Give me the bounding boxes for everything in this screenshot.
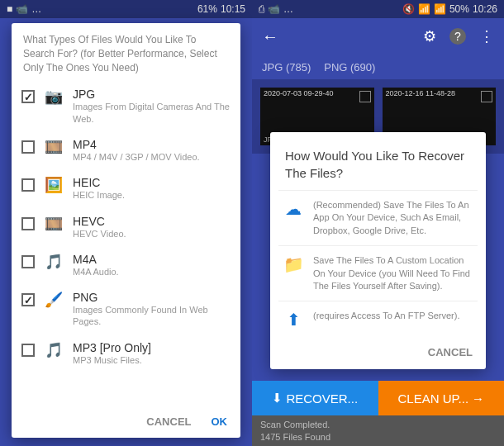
checkbox-m4a[interactable] [21,255,35,268]
ok-button[interactable]: OK [212,415,228,428]
file-type-heic[interactable]: 🖼️ HEIC HEIC Image. [18,169,234,207]
file-desc: HEVC Video. [73,228,231,240]
folder-icon: 📁 [283,254,303,274]
screenshot-icon: ⎙ [259,3,264,15]
cancel-button[interactable]: CANCEL [428,346,473,358]
image-icon: 🖼️ [43,176,64,194]
phone-right: ⎙ 📹 … 🔇 📶 📶 50% 10:26 ← ⚙ ? ⋮ JPG (785) … [252,0,504,446]
checkbox-heic[interactable] [21,178,35,192]
file-types-dialog: What Types Of Files Would You Like To Se… [12,23,240,438]
music-note-icon: 🎵 [43,341,64,359]
file-title: MP3 [Pro Only] [73,341,231,354]
file-type-jpg[interactable]: 📷 JPG Images From Digital Cameras And Th… [18,81,234,131]
signal-icon: 📶 [434,3,446,15]
recover-dialog: How Would You Like To Recover The Files?… [270,132,486,369]
file-desc: M4A Audio. [73,266,231,278]
recover-option-folder[interactable]: 📁 Save The Files To A Custom Location On… [278,245,478,301]
dialog-title: What Types Of Files Would You Like To Se… [12,23,240,81]
more-icon: … [31,3,41,15]
app-bar: ← ⚙ ? ⋮ [252,18,504,55]
scan-status: Scan Completed. 1475 Files Found [252,415,504,446]
battery-text: 50% [449,3,469,15]
checkbox-png[interactable] [21,293,35,306]
music-note-icon: 🎵 [43,253,64,271]
checkbox-mp3[interactable] [21,344,35,357]
file-title: M4A [73,253,231,266]
option-text: (requires Access To An FTP Server). [313,310,473,322]
file-type-hevc[interactable]: 🎞️ HEVC HEVC Video. [18,208,234,246]
status-bar: ⎙ 📹 … 🔇 📶 📶 50% 10:26 [252,0,504,18]
action-buttons: ⬇ RECOVER... CLEAN UP... → [252,381,504,415]
file-type-list: 📷 JPG Images From Digital Cameras And Th… [12,81,240,372]
cancel-button[interactable]: CANCEL [146,415,191,428]
file-title: JPG [73,88,231,101]
thumb-date: 2020-07-03 09-29-40 [264,89,334,97]
cleanup-label: CLEAN UP... [397,391,468,406]
scan-line2: 1475 Files Found [260,431,496,443]
file-desc: Images Commonly Found In Web Pages. [73,304,231,328]
expand-icon[interactable] [481,91,492,102]
file-type-mp4[interactable]: 🎞️ MP4 MP4 / M4V / 3GP / MOV Video. [18,131,234,169]
overflow-icon[interactable]: ⋮ [479,27,494,45]
checkbox-hevc[interactable] [21,217,35,230]
battery-text: 61% [197,3,217,15]
arrow-right-icon: → [472,391,484,406]
bottom-area: ⬇ RECOVER... CLEAN UP... → Scan Complete… [252,381,504,446]
camera-icon: 📹 [16,3,28,15]
download-icon: ⬇ [272,391,283,406]
file-type-mp3[interactable]: 🎵 MP3 [Pro Only] MP3 Music Files. [18,334,234,372]
dialog-footer: CANCEL OK [133,406,240,438]
time-text: 10:26 [473,3,497,15]
recover-option-ftp[interactable]: ⬆ (requires Access To An FTP Server). [278,301,478,338]
phone-left: ■ 📹 … 61% 10:15 What Types Of Files Woul… [0,0,252,446]
cleanup-button[interactable]: CLEAN UP... → [378,381,505,415]
status-icons-right: 🔇 📶 📶 50% 10:26 [402,3,497,15]
status-icons-left: ■ 📹 … [7,3,41,15]
gear-icon[interactable]: ⚙ [423,27,436,45]
status-icons-right: 61% 10:15 [197,3,245,15]
checkbox-mp4[interactable] [21,140,35,154]
recover-label: RECOVER... [286,391,358,406]
dialog-title: How Would You Like To Recover The Files? [270,132,486,190]
more-icon: … [283,3,293,15]
expand-icon[interactable] [359,91,371,102]
scan-line1: Scan Completed. [260,419,496,430]
back-icon[interactable]: ← [262,27,278,46]
status-bar: ■ 📹 … 61% 10:15 [0,0,252,18]
option-text: Save The Files To A Custom Location On Y… [313,254,473,292]
video-icon: ■ [7,3,12,15]
tab-bar: JPG (785) PNG (690) [252,55,504,79]
file-type-png[interactable]: 🖌️ PNG Images Commonly Found In Web Page… [18,284,234,334]
file-title: MP4 [73,138,231,151]
recover-button[interactable]: ⬇ RECOVER... [252,381,378,415]
file-desc: MP4 / M4V / 3GP / MOV Video. [73,151,231,163]
upload-icon: ⬆ [283,310,303,330]
camera-icon: 📹 [268,3,280,15]
time-text: 10:15 [221,3,245,15]
recover-options: ☁ (Recommended) Save The Files To An App… [270,190,486,338]
option-text: (Recommended) Save The Files To An App O… [313,199,473,237]
thumb-date: 2020-12-16 11-48-28 [386,89,456,97]
checkbox-jpg[interactable] [21,90,35,103]
cloud-upload-icon: ☁ [283,199,303,219]
recover-option-app[interactable]: ☁ (Recommended) Save The Files To An App… [278,190,478,245]
wifi-icon: 📶 [418,3,430,15]
file-desc: MP3 Music Files. [73,354,231,366]
file-title: HEVC [73,215,231,228]
file-title: PNG [73,291,231,304]
file-type-m4a[interactable]: 🎵 M4A M4A Audio. [18,246,234,284]
video-reel-icon: 🎞️ [43,138,64,156]
help-icon[interactable]: ? [449,28,466,45]
camera-icon: 📷 [43,88,64,106]
tab-png[interactable]: PNG (690) [324,61,375,74]
tab-jpg[interactable]: JPG (785) [262,61,311,74]
video-reel-icon: 🎞️ [43,215,64,233]
brush-icon: 🖌️ [43,291,64,309]
mute-icon: 🔇 [402,3,415,15]
file-title: HEIC [73,176,231,189]
dialog-footer: CANCEL [270,338,486,361]
file-desc: Images From Digital Cameras And The Web. [73,101,231,125]
file-desc: HEIC Image. [73,189,231,201]
status-icons-left: ⎙ 📹 … [259,3,293,15]
